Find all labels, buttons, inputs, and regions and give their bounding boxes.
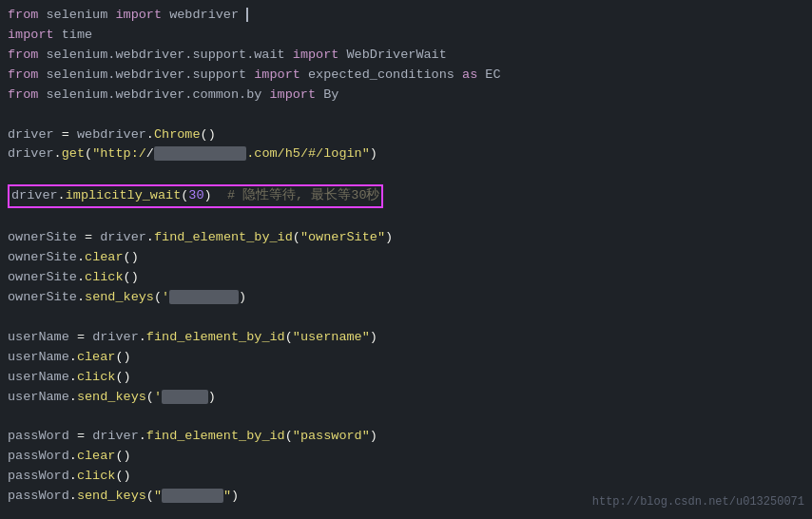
code-line-21 [8,407,804,427]
code-line-1: from selenium import webdriver [8,6,804,26]
code-line-9 [8,164,804,184]
code-line-7: driver = webdriver.Chrome() [8,125,804,145]
code-line-3: from selenium.webdriver.support.wait imp… [8,46,804,66]
code-line-11 [8,208,804,228]
code-line-17: userName = driver.find_element_by_id("us… [8,328,804,348]
code-line-13: ownerSite.clear() [8,248,804,268]
code-line-12: ownerSite = driver.find_element_by_id("o… [8,228,804,248]
code-line-22: passWord = driver.find_element_by_id("pa… [8,427,804,447]
code-line-19: userName.click() [8,368,804,388]
code-line-23: passWord.clear() [8,447,804,467]
code-line-2: import time [8,26,804,46]
code-line-24: passWord.click() [8,467,804,487]
code-line-14: ownerSite.click() [8,268,804,288]
code-line-4: from selenium.webdriver.support import e… [8,66,804,86]
code-line-15: ownerSite.send_keys(' ) [8,288,804,308]
code-line-5: from selenium.webdriver.common.by import… [8,86,804,106]
code-line-8: driver.get("http:// .com/h5/#/login") [8,144,804,164]
code-line-20: userName.send_keys(' ) [8,388,804,408]
code-editor: from selenium import webdriver import ti… [0,0,812,519]
watermark: http://blog.csdn.net/u013250071 [592,493,804,511]
code-line-6 [8,106,804,125]
code-line-16 [8,308,804,328]
code-line-10: driver.implicitly_wait(30) # 隐性等待, 最长等30… [8,184,804,208]
code-line-18: userName.clear() [8,348,804,368]
